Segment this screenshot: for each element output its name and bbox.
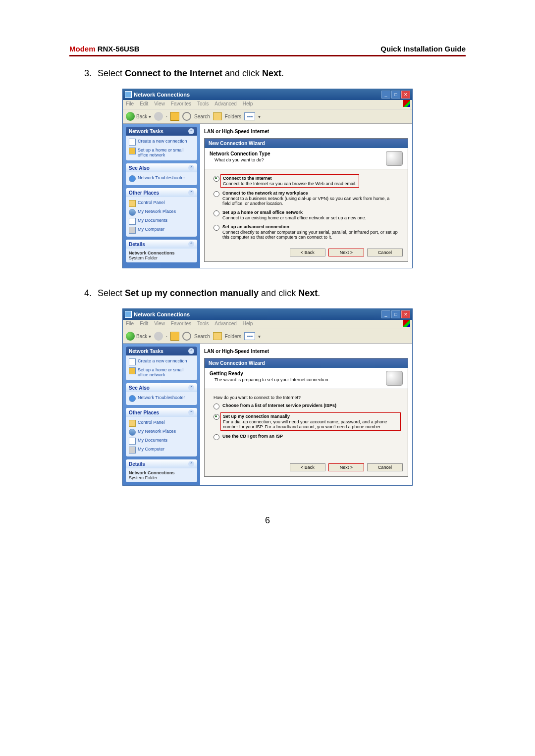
chevron-up-icon: ⌃ (188, 348, 194, 354)
sidebar-item-create-connection[interactable]: Create a new connection (129, 357, 194, 366)
menu-tools[interactable]: Tools (197, 101, 209, 108)
radio-icon (214, 210, 219, 216)
wizard-head-sub: What do you want to do? (214, 157, 270, 162)
sidebar-item-my-documents[interactable]: My Documents (129, 437, 194, 446)
titlebar: Network Connections _ □ ✕ (123, 309, 412, 320)
back-button[interactable]: < Back (290, 463, 325, 471)
menu-favorites[interactable]: Favorites (171, 101, 191, 108)
details-type: System Folder (129, 255, 194, 260)
search-label[interactable]: Search (194, 114, 210, 119)
panel-see-also[interactable]: See Also⌃ (126, 163, 197, 172)
menu-help[interactable]: Help (243, 101, 253, 108)
window-title: Network Connections (134, 311, 190, 317)
toolbar: Back ▾ · Search Folders ▾ (123, 329, 412, 344)
radio-icon (214, 434, 219, 440)
sidebar-item-network-places[interactable]: My Network Places (129, 428, 194, 437)
menu-view[interactable]: View (154, 321, 165, 328)
menu-favorites[interactable]: Favorites (171, 321, 191, 328)
minimize-button[interactable]: _ (381, 310, 390, 318)
sidebar-item-my-documents[interactable]: My Documents (129, 217, 194, 226)
sidebar-item-setup-network[interactable]: Set up a home or small office network (129, 366, 194, 378)
menu-edit[interactable]: Edit (140, 321, 148, 328)
panel-network-tasks[interactable]: Network Tasks⌃ (126, 347, 197, 355)
sidebar-item-troubleshooter[interactable]: Network Troubleshooter (129, 174, 194, 183)
wizard-icon (386, 371, 403, 386)
back-button[interactable]: Back ▾ (126, 112, 151, 121)
wizard-question: How do you want to connect to the Intern… (214, 395, 399, 400)
radio-icon (214, 176, 219, 182)
menu-edit[interactable]: Edit (140, 101, 148, 108)
next-button[interactable]: Next > (328, 463, 364, 471)
sidebar-item-network-places[interactable]: My Network Places (129, 208, 194, 217)
cancel-button[interactable]: Cancel (367, 463, 403, 471)
wizard-head-title: Getting Ready (210, 371, 329, 376)
close-button[interactable]: ✕ (401, 310, 410, 318)
radio-option[interactable]: Set up an advanced connectionConnect dir… (214, 224, 399, 240)
panel-details[interactable]: Details⌃ (126, 240, 197, 249)
radio-title: Set up my connection manually (223, 414, 398, 419)
wizard-title: New Connection Wizard (205, 139, 408, 148)
search-icon[interactable] (182, 112, 191, 121)
radio-option[interactable]: Connect to the InternetConnect to the In… (214, 175, 399, 187)
radio-option[interactable]: Choose from a list of Internet service p… (214, 403, 399, 409)
sidebar-item-my-computer[interactable]: My Computer (129, 226, 194, 235)
maximize-button[interactable]: □ (391, 310, 400, 318)
toolbar: Back ▾ · Search Folders ▾ (123, 109, 412, 124)
chevron-up-icon: ⌃ (188, 409, 194, 415)
panel-details[interactable]: Details⌃ (126, 459, 197, 468)
up-button[interactable] (170, 332, 179, 341)
folders-label[interactable]: Folders (225, 114, 241, 119)
panel-see-also[interactable]: See Also⌃ (126, 383, 197, 392)
back-button[interactable]: Back ▾ (126, 332, 151, 341)
panel-other-places[interactable]: Other Places⌃ (126, 408, 197, 417)
search-label[interactable]: Search (194, 334, 210, 339)
sidebar-item-control-panel[interactable]: Control Panel (129, 199, 194, 208)
views-button[interactable] (244, 112, 255, 120)
close-button[interactable]: ✕ (401, 91, 410, 99)
maximize-button[interactable]: □ (391, 91, 400, 99)
globe-icon (129, 429, 136, 436)
views-button[interactable] (244, 332, 255, 340)
search-icon[interactable] (182, 332, 191, 341)
chevron-up-icon: ⌃ (188, 241, 194, 247)
cancel-button[interactable]: Cancel (367, 249, 403, 256)
menu-advanced[interactable]: Advanced (214, 321, 236, 328)
menu-help[interactable]: Help (243, 321, 253, 328)
info-icon (129, 395, 136, 402)
radio-title: Use the CD I got from an ISP (222, 434, 283, 439)
shield-icon (129, 148, 136, 154)
menu-tools[interactable]: Tools (197, 321, 209, 328)
sidebar-item-troubleshooter[interactable]: Network Troubleshooter (129, 394, 194, 403)
sidebar-item-control-panel[interactable]: Control Panel (129, 419, 194, 428)
radio-option[interactable]: Connect to the network at my workplaceCo… (214, 191, 399, 206)
folders-label[interactable]: Folders (225, 334, 241, 339)
menu-file[interactable]: File (126, 321, 134, 328)
sidebar-item-create-connection[interactable]: Create a new connection (129, 138, 194, 147)
folders-icon[interactable] (213, 332, 222, 340)
radio-icon (214, 414, 219, 420)
folder-icon (129, 200, 136, 207)
panel-other-places[interactable]: Other Places⌃ (126, 188, 197, 197)
sidebar-item-setup-network[interactable]: Set up a home or small office network (129, 147, 194, 158)
back-button[interactable]: < Back (290, 249, 325, 256)
up-button[interactable] (170, 112, 179, 121)
sidebar-item-my-computer[interactable]: My Computer (129, 446, 194, 454)
menu-file[interactable]: File (126, 101, 134, 108)
folders-icon[interactable] (213, 112, 222, 120)
radio-option[interactable]: Use the CD I got from an ISP (214, 434, 399, 440)
sidebar: Network Tasks⌃ Create a new connection S… (123, 344, 200, 485)
radio-title: Choose from a list of Internet service p… (222, 403, 336, 408)
panel-network-tasks[interactable]: Network Tasks⌃ (126, 127, 197, 136)
chevron-up-icon: ⌃ (188, 128, 194, 134)
details-type: System Folder (129, 475, 194, 480)
next-button[interactable]: Next > (328, 249, 364, 256)
menu-advanced[interactable]: Advanced (214, 101, 236, 108)
forward-button[interactable] (154, 332, 163, 341)
step-4: 4.Select Set up my connection manually a… (84, 288, 466, 299)
radio-option[interactable]: Set up my connection manuallyFor a dial-… (214, 413, 399, 430)
radio-option[interactable]: Set up a home or small office networkCon… (214, 210, 399, 220)
minimize-button[interactable]: _ (381, 91, 390, 99)
forward-button[interactable] (154, 112, 163, 121)
radio-title: Set up an advanced connection (222, 224, 399, 229)
menu-view[interactable]: View (154, 101, 165, 108)
